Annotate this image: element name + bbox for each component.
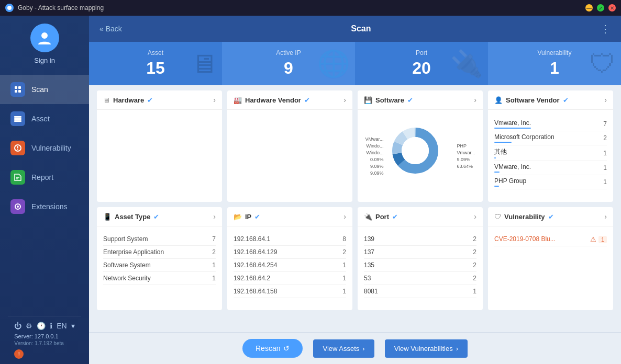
rescan-refresh-icon: ↺ bbox=[283, 344, 290, 352]
restore-button[interactable]: ⤢ bbox=[597, 4, 604, 12]
asset-type-panel-title: Asset Type bbox=[115, 213, 150, 221]
port-list: 139 2 137 2 135 2 bbox=[364, 231, 476, 300]
list-item: 139 2 bbox=[364, 233, 476, 246]
page-title: Scan bbox=[351, 24, 371, 33]
power-icon[interactable]: ⏻ bbox=[14, 322, 21, 330]
sidebar-report-label: Report bbox=[31, 173, 53, 181]
list-item: 137 2 bbox=[364, 246, 476, 259]
software-vendor-panel-body: Vmware, Inc. 7 Microsoft Corporation bbox=[488, 110, 613, 197]
vulnerability-check-icon: ✔ bbox=[548, 213, 554, 221]
top-panels-row: 🖥 Hardware ✔ › 🏭 Hardware Vendor bbox=[97, 90, 613, 202]
vulnerability-arrow-icon[interactable]: › bbox=[604, 212, 607, 221]
content-header: « Back Scan ⋮ bbox=[89, 16, 621, 42]
sidebar: Sign in Scan Asset Vulnerability bbox=[0, 16, 89, 364]
hardware-vendor-panel-body bbox=[227, 110, 352, 194]
asset-type-list: Support System 7 Enterprise Application … bbox=[103, 231, 216, 287]
stat-card-asset[interactable]: Asset 15 🖥 bbox=[89, 42, 222, 85]
software-arrow-icon[interactable]: › bbox=[474, 96, 476, 104]
bottom-bar: Rescan ↺ View Assets › View Vulnerabilit… bbox=[89, 332, 621, 364]
sidebar-item-extensions[interactable]: Extensions bbox=[0, 192, 89, 221]
vendor-bar-5 bbox=[494, 186, 499, 187]
view-assets-label: View Assets bbox=[323, 345, 359, 352]
port-bg-icon: 🔌 bbox=[450, 49, 483, 79]
sidebar-item-asset[interactable]: Asset bbox=[0, 104, 89, 133]
stat-card-vulnerability[interactable]: Vulnerability 1 🛡 bbox=[488, 42, 621, 85]
avatar[interactable] bbox=[30, 24, 59, 52]
hardware-vendor-arrow-icon[interactable]: › bbox=[343, 96, 346, 104]
warning-icon[interactable]: ! bbox=[14, 349, 24, 359]
view-assets-button[interactable]: View Assets › bbox=[313, 339, 374, 358]
sidebar-item-report[interactable]: Report bbox=[0, 163, 89, 192]
signin-label[interactable]: Sign in bbox=[34, 56, 55, 64]
sidebar-item-scan[interactable]: Scan bbox=[0, 75, 89, 104]
sidebar-asset-label: Asset bbox=[31, 115, 50, 123]
sidebar-scan-label: Scan bbox=[31, 85, 48, 94]
vuln-count-badge: 1 bbox=[598, 236, 607, 243]
hardware-vendor-panel: 🏭 Hardware Vendor ✔ › bbox=[227, 90, 352, 202]
server-label[interactable]: Server: 127.0.0.1 bbox=[14, 333, 74, 339]
vendor-name-1: Vmware, Inc. bbox=[494, 119, 531, 129]
scan-icon bbox=[10, 82, 25, 97]
rescan-button[interactable]: Rescan ↺ bbox=[242, 339, 303, 358]
software-label-php: PHP bbox=[457, 143, 475, 149]
list-item: PHP Group 1 bbox=[494, 175, 607, 189]
asset-type-arrow-icon[interactable]: › bbox=[213, 212, 216, 221]
hardware-vendor-panel-icon: 🏭 bbox=[234, 96, 242, 104]
list-item: 其他 1 bbox=[494, 145, 607, 161]
titlebar-left: Goby - Attack surface mapping bbox=[5, 4, 104, 12]
hardware-vendor-panel-header: 🏭 Hardware Vendor ✔ › bbox=[227, 90, 352, 110]
asset-type-panel-body: Support System 7 Enterprise Application … bbox=[97, 226, 222, 310]
more-button[interactable]: ⋮ bbox=[600, 22, 611, 35]
sidebar-item-vulnerability[interactable]: Vulnerability bbox=[0, 133, 89, 163]
vendor-name-4: VMware, Inc. bbox=[494, 163, 531, 173]
list-item: Vmware, Inc. 7 bbox=[494, 117, 607, 131]
list-item: Software System 1 bbox=[103, 259, 216, 272]
close-button[interactable]: ✕ bbox=[608, 4, 616, 12]
sidebar-vulnerability-label: Vulnerability bbox=[31, 144, 71, 152]
port-arrow-icon[interactable]: › bbox=[474, 212, 476, 221]
svg-point-21 bbox=[402, 137, 429, 164]
hardware-panel-body bbox=[97, 110, 222, 194]
software-label-windo1: Windo... bbox=[365, 143, 383, 149]
vulnerability-panel: 🛡 Vulnerability ✔ › CVE-2019-0708 Blu...… bbox=[488, 207, 613, 310]
ip-panel-header: 📂 IP ✔ › bbox=[227, 207, 352, 226]
minimize-button[interactable]: — bbox=[585, 4, 593, 12]
sidebar-bottom: ⏻ ⚙ 🕐 ℹ EN ▾ Server: 127.0.0.1 Version: … bbox=[8, 316, 81, 364]
bottom-panels-row: 📱 Asset Type ✔ › Support System 7 bbox=[97, 207, 613, 310]
back-button[interactable]: « Back bbox=[99, 25, 122, 33]
ip-panel-body: 192.168.64.1 8 192.168.64.129 2 192.168.… bbox=[227, 226, 352, 310]
stat-card-port[interactable]: Port 20 🔌 bbox=[355, 42, 488, 85]
hardware-vendor-header-left: 🏭 Hardware Vendor ✔ bbox=[234, 96, 310, 104]
hardware-panel-icon: 🖥 bbox=[103, 96, 110, 104]
view-vulnerabilities-label: View Vulnerabilities bbox=[394, 345, 453, 352]
vendor-bar-3 bbox=[494, 157, 496, 158]
lang-icon[interactable]: EN bbox=[57, 322, 66, 330]
software-panel: 💾 Software ✔ › VMwar... Windo... bbox=[358, 90, 483, 202]
ip-header-left: 📂 IP ✔ bbox=[234, 213, 260, 221]
ip-panel-title: IP bbox=[245, 213, 251, 221]
clock-icon[interactable]: 🕐 bbox=[37, 322, 46, 330]
software-vendor-panel: 👤 Software Vendor ✔ › Vmware, Inc. bbox=[488, 90, 613, 202]
software-label-vmware2: Vmwar... bbox=[457, 150, 475, 155]
version-label: Version: 1.7.192 beta bbox=[14, 340, 74, 346]
software-panel-body: VMwar... Windo... Windo... 0.09% 9.09% 9… bbox=[358, 110, 483, 202]
vulnerability-panel-header: 🛡 Vulnerability ✔ › bbox=[488, 207, 613, 226]
software-vendor-arrow-icon[interactable]: › bbox=[604, 96, 607, 104]
svg-rect-2 bbox=[15, 86, 17, 89]
svg-rect-11 bbox=[17, 149, 18, 150]
view-vulnerabilities-button[interactable]: View Vulnerabilities › bbox=[385, 339, 468, 358]
asset-type-panel: 📱 Asset Type ✔ › Support System 7 bbox=[97, 207, 222, 310]
titlebar-title: Goby - Attack surface mapping bbox=[18, 4, 104, 12]
lang-chevron-icon[interactable]: ▾ bbox=[71, 322, 75, 330]
ip-arrow-icon[interactable]: › bbox=[343, 212, 346, 221]
stat-card-ip[interactable]: Active IP 9 🌐 bbox=[222, 42, 355, 85]
list-item: 135 2 bbox=[364, 259, 476, 272]
vendor-bar-1 bbox=[494, 128, 531, 129]
hardware-arrow-icon[interactable]: › bbox=[213, 96, 216, 104]
ip-list: 192.168.64.1 8 192.168.64.129 2 192.168.… bbox=[234, 231, 346, 300]
info-icon[interactable]: ℹ bbox=[50, 322, 52, 330]
svg-rect-8 bbox=[14, 120, 21, 122]
software-vendor-panel-title: Software Vendor bbox=[506, 96, 560, 104]
window-controls: — ⤢ ✕ bbox=[585, 4, 616, 12]
settings-icon[interactable]: ⚙ bbox=[26, 322, 32, 330]
